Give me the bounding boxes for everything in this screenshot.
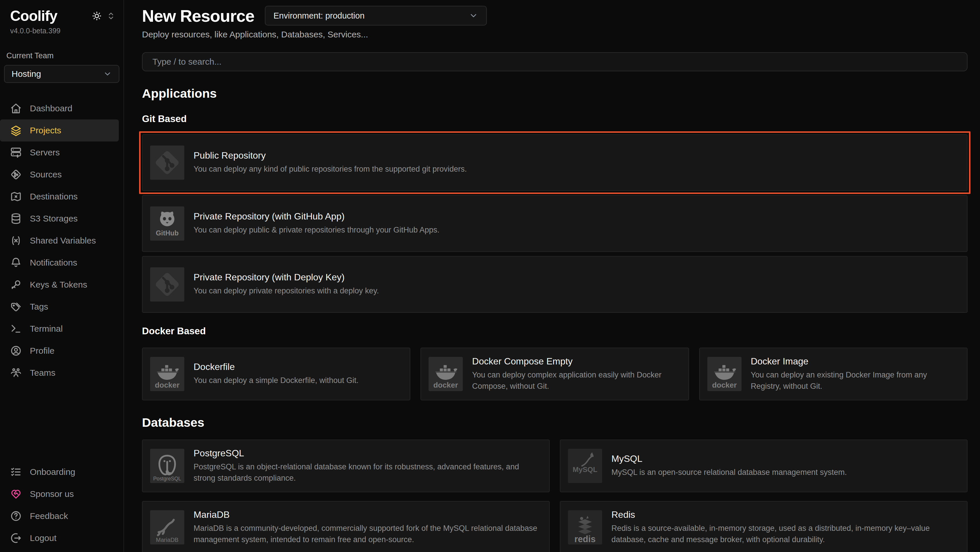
page-title: New Resource (142, 6, 255, 26)
sidebar-item-sponsor-us[interactable]: Sponsor us (0, 483, 119, 505)
card-private-repository-deploy-key[interactable]: Private Repository (with Deploy Key) You… (142, 256, 967, 313)
main-content: New Resource Environment: production Dep… (124, 0, 980, 552)
card-description: You can deploy an existing Docker Image … (751, 369, 959, 392)
sidebar-item-keys-tokens[interactable]: Keys & Tokens (0, 274, 119, 296)
database-cards-grid: PostgreSQL PostgreSQL PostgreSQL is an o… (142, 440, 967, 552)
search-input[interactable] (142, 52, 967, 71)
card-description: You can deploy any kind of public reposi… (194, 164, 467, 175)
card-dockerfile[interactable]: docker Dockerfile You can deploy a simpl… (142, 348, 410, 400)
redis-icon: redis (568, 510, 602, 544)
sidebar-item-tags[interactable]: Tags (0, 296, 119, 318)
mysql-logo-tile: MySQL (568, 449, 602, 483)
card-postgresql[interactable]: PostgreSQL PostgreSQL PostgreSQL is an o… (142, 440, 550, 492)
sidebar-item-logout[interactable]: Logout (0, 527, 119, 549)
card-title: Redis (611, 509, 959, 520)
docker-logo-tile: docker (429, 357, 463, 391)
sidebar-item-teams[interactable]: Teams (0, 362, 119, 384)
svg-text:redis: redis (574, 534, 595, 544)
card-title: PostgreSQL (194, 448, 542, 459)
sidebar-item-servers[interactable]: Servers (0, 142, 119, 164)
map-icon (10, 191, 22, 203)
card-description: You can deploy private repositories with… (194, 285, 379, 297)
heart-handshake-icon (10, 488, 22, 500)
card-public-repository[interactable]: Public Repository You can deploy any kin… (142, 134, 967, 191)
docker-logo-tile: docker (707, 357, 741, 391)
git-logo-tile (150, 145, 184, 180)
database-icon (10, 213, 22, 224)
coolify-app: Coolify v4.0.0-beta.399 Current Team Hos… (0, 0, 980, 552)
app-logo: Coolify (10, 8, 57, 24)
page-subtitle: Deploy resources, like Applications, Dat… (142, 30, 967, 40)
mariadb-logo-tile: MariaDB (150, 510, 184, 544)
sidebar-nav: Dashboard Projects Servers Sources Desti… (0, 97, 123, 384)
current-team-label: Current Team (0, 35, 123, 60)
tags-icon (10, 301, 22, 313)
highlighted-card-wrapper: Public Repository You can deploy any kin… (142, 134, 967, 191)
svg-text:docker: docker (155, 381, 179, 389)
git-icon (10, 169, 22, 180)
sidebar-item-s3-storages[interactable]: S3 Storages (0, 207, 119, 230)
help-circle-icon (10, 510, 22, 522)
card-title: Public Repository (194, 150, 467, 161)
card-title: MySQL (611, 453, 847, 464)
card-description: PostgreSQL is an object-relational datab… (194, 461, 542, 484)
card-description: You can deploy complex application easil… (472, 369, 681, 392)
list-checks-icon (10, 466, 22, 478)
card-title: MariaDB (194, 509, 542, 520)
page-header: New Resource Environment: production (142, 6, 967, 26)
bell-icon (10, 257, 22, 268)
card-title: Docker Compose Empty (472, 356, 681, 367)
chevron-down-icon (469, 11, 478, 20)
card-mysql[interactable]: MySQL MySQL MySQL is an open-source rela… (560, 440, 967, 492)
variable-icon (10, 235, 22, 246)
sidebar-item-profile[interactable]: Profile (0, 340, 119, 362)
card-private-repository-github-app[interactable]: GitHub Private Repository (with GitHub A… (142, 195, 967, 252)
chevrons-up-down-icon[interactable] (107, 11, 115, 20)
sidebar-item-onboarding[interactable]: Onboarding (0, 461, 119, 483)
sidebar-item-terminal[interactable]: Terminal (0, 318, 119, 340)
sidebar-item-dashboard[interactable]: Dashboard (0, 97, 119, 120)
sidebar-item-shared-variables[interactable]: Shared Variables (0, 230, 119, 252)
section-title-databases: Databases (142, 415, 967, 430)
github-logo-tile: GitHub (150, 206, 184, 241)
sidebar: Coolify v4.0.0-beta.399 Current Team Hos… (0, 0, 124, 552)
postgresql-icon: PostgreSQL (150, 449, 184, 483)
docker-cards-grid: docker Dockerfile You can deploy a simpl… (142, 348, 967, 400)
svg-text:MySQL: MySQL (573, 466, 597, 474)
git-logo-tile (150, 267, 184, 302)
card-mariadb[interactable]: MariaDB MariaDB MariaDB is a community-d… (142, 501, 550, 552)
card-redis[interactable]: redis Redis Redis is a source-available,… (560, 501, 967, 552)
docker-icon: docker (707, 357, 741, 391)
sidebar-item-destinations[interactable]: Destinations (0, 185, 119, 207)
app-version: v4.0.0-beta.399 (0, 24, 123, 35)
mariadb-icon: MariaDB (150, 510, 184, 544)
git-icon (150, 267, 184, 302)
server-icon (10, 147, 22, 158)
card-docker-image[interactable]: docker Docker Image You can deploy an ex… (699, 348, 967, 400)
card-title: Private Repository (with GitHub App) (194, 211, 439, 222)
home-icon (10, 103, 22, 114)
team-select[interactable]: Hosting (4, 65, 119, 83)
user-icon (10, 345, 22, 357)
environment-select-value: Environment: production (274, 11, 364, 21)
mysql-icon: MySQL (568, 449, 602, 483)
card-title: Private Repository (with Deploy Key) (194, 272, 379, 283)
docker-logo-tile: docker (150, 357, 184, 391)
theme-toggle-sun-icon[interactable] (92, 11, 102, 21)
github-icon: GitHub (150, 206, 184, 241)
environment-select[interactable]: Environment: production (265, 6, 487, 26)
logout-icon (10, 532, 22, 544)
subsection-title-git-based: Git Based (142, 113, 967, 124)
card-title: Docker Image (751, 356, 959, 367)
users-icon (10, 367, 22, 379)
sidebar-item-sources[interactable]: Sources (0, 164, 119, 185)
sidebar-item-feedback[interactable]: Feedback (0, 505, 119, 527)
section-title-applications: Applications (142, 86, 967, 101)
card-description: You can deploy public & private reposito… (194, 224, 439, 236)
docker-icon: docker (150, 357, 184, 391)
sidebar-item-notifications[interactable]: Notifications (0, 252, 119, 274)
card-docker-compose-empty[interactable]: docker Docker Compose Empty You can depl… (420, 348, 689, 400)
svg-text:docker: docker (433, 381, 458, 389)
sidebar-item-projects[interactable]: Projects (0, 120, 119, 142)
card-description: Redis is a source-available, in-memory s… (611, 523, 959, 545)
